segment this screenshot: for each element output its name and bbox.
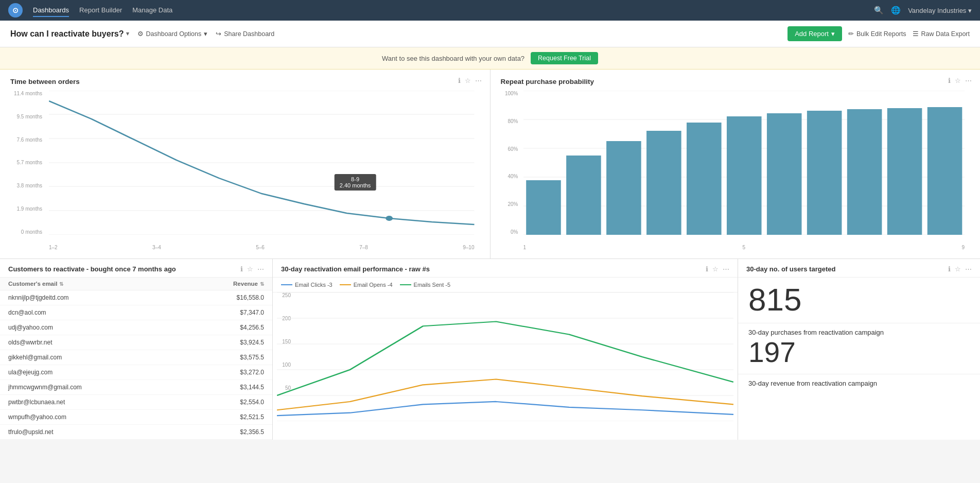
table-row[interactable]: tfrulo@upsld.net$2,356.5 xyxy=(0,425,272,440)
rpp-panel: Repeat purchase probability ℹ ☆ ⋯ 100% 8… xyxy=(491,70,981,258)
table-row[interactable]: udj@yahoo.com$4,256.5 xyxy=(0,320,272,335)
svg-point-7 xyxy=(386,216,393,221)
svg-rect-16 xyxy=(606,141,641,235)
legend-sent: Emails Sent -5 xyxy=(400,282,451,288)
user-menu[interactable]: Vandelay Industries ▾ xyxy=(908,7,972,14)
table-row[interactable]: ula@ejeujg.com$3,272.0 xyxy=(0,365,272,380)
raw-data-label: Raw Data Export xyxy=(921,30,970,38)
col-email-header: Customer's email ⇅ xyxy=(8,281,202,287)
table-row[interactable]: gikkehl@gmail.com$3,575.5 xyxy=(0,350,272,365)
nav-dashboards[interactable]: Dashboards xyxy=(33,4,69,17)
tbo-info-icon[interactable]: ℹ xyxy=(458,77,461,84)
tbo-panel: Time between orders ℹ ☆ ⋯ 11.4 months 9.… xyxy=(0,70,491,258)
email-chart-legend: Email Clicks -3 Email Opens -4 Emails Se… xyxy=(273,278,738,292)
rpp-star-icon[interactable]: ☆ xyxy=(955,77,961,84)
ep-info-icon[interactable]: ℹ xyxy=(706,265,708,273)
dashboard-title[interactable]: How can I reactivate buyers? ▾ xyxy=(10,29,129,39)
table-row[interactable]: jhmmcwgwnm@gmail.com$3,144.5 xyxy=(0,380,272,395)
nav-manage-data[interactable]: Manage Data xyxy=(132,4,172,17)
dashboard-options-btn[interactable]: ⚙ Dashboard Options ▾ xyxy=(137,30,208,38)
svg-rect-24 xyxy=(927,107,962,235)
dashboard-options-icon: ⚙ xyxy=(137,30,144,38)
bulk-edit-label: Bulk Edit Reports xyxy=(856,30,906,38)
edit-icon: ✏ xyxy=(848,30,854,38)
rpp-x-labels: 1 5 9 xyxy=(523,245,965,250)
customer-table-title: Customers to reactivate - bought once 7 … xyxy=(8,265,176,273)
secondary-header: How can I reactivate buyers? ▾ ⚙ Dashboa… xyxy=(0,21,980,47)
dashboard-options-label: Dashboard Options xyxy=(146,30,202,38)
logo-icon: ⊙ xyxy=(8,3,23,18)
customer-table-header: Customers to reactivate - bought once 7 … xyxy=(0,259,272,278)
bottom-row: Customers to reactivate - bought once 7 … xyxy=(0,259,980,440)
ct-info-icon[interactable]: ℹ xyxy=(240,265,243,273)
tbo-title: Time between orders xyxy=(10,78,480,85)
share-dashboard-btn[interactable]: ↪ Share Dashboard xyxy=(216,30,274,38)
revenue-label: 30-day revenue from reactivation campaig… xyxy=(738,374,980,387)
raw-data-button[interactable]: ☰ Raw Data Export xyxy=(913,30,970,38)
add-report-chevron: ▾ xyxy=(831,30,835,38)
nav-report-builder[interactable]: Report Builder xyxy=(79,4,122,17)
sort-icon[interactable]: ⇅ xyxy=(59,281,63,287)
email-svg-wrapper xyxy=(277,292,733,421)
svg-rect-18 xyxy=(687,123,722,235)
email-perf-header: 30-day reactivation email performance - … xyxy=(273,259,738,278)
svg-rect-23 xyxy=(887,108,922,235)
top-nav: ⊙ Dashboards Report Builder Manage Data … xyxy=(0,0,980,21)
up-menu-icon[interactable]: ⋯ xyxy=(965,265,972,273)
legend-clicks-label: Email Clicks -3 xyxy=(295,282,332,288)
clicks-line-indicator xyxy=(281,284,292,285)
users-targeted-panel: 30-day no. of users targeted ℹ ☆ ⋯ 815 3… xyxy=(738,259,980,440)
legend-opens: Email Opens -4 xyxy=(340,282,393,288)
table-row[interactable]: olds@wwrbr.net$3,924.5 xyxy=(0,335,272,350)
up-star-icon[interactable]: ☆ xyxy=(955,265,961,273)
title-chevron: ▾ xyxy=(126,30,129,37)
svg-rect-15 xyxy=(566,156,601,235)
tbo-y-labels: 11.4 months 9.5 months 7.6 months 5.7 mo… xyxy=(10,91,46,235)
table-row[interactable]: pwtbr@lcbunaea.net$2,554.0 xyxy=(0,395,272,410)
email-perf-title: 30-day reactivation email performance - … xyxy=(281,265,430,273)
rpp-panel-icons: ℹ ☆ ⋯ xyxy=(948,77,972,84)
col-revenue-header: Revenue ⇅ xyxy=(202,281,264,287)
purchases-label: 30-day purchases from reactivation campa… xyxy=(748,329,970,336)
tbo-menu-icon[interactable]: ⋯ xyxy=(475,77,482,84)
svg-rect-22 xyxy=(847,109,882,235)
request-trial-button[interactable]: Request Free Trial xyxy=(531,52,598,64)
main-content: Time between orders ℹ ☆ ⋯ 11.4 months 9.… xyxy=(0,70,980,440)
rpp-title: Repeat purchase probability xyxy=(501,78,970,85)
ct-star-icon[interactable]: ☆ xyxy=(247,265,253,273)
purchases-count: 197 xyxy=(738,336,980,367)
up-info-icon[interactable]: ℹ xyxy=(948,265,951,273)
tbo-svg-container: 8-9 2.40 months xyxy=(49,91,475,235)
dashboard-title-text: How can I reactivate buyers? xyxy=(10,29,124,39)
search-icon[interactable]: 🔍 xyxy=(874,6,884,15)
table-row[interactable]: dcn@aol.com$7,347.0 xyxy=(0,305,272,320)
globe-icon[interactable]: 🌐 xyxy=(891,6,901,15)
banner-text: Want to see this dashboard with your own… xyxy=(382,55,524,62)
revenue-sort-icon[interactable]: ⇅ xyxy=(260,281,264,287)
top-charts-row: Time between orders ℹ ☆ ⋯ 11.4 months 9.… xyxy=(0,70,980,259)
add-report-button[interactable]: Add Report ▾ xyxy=(787,26,842,41)
nav-right: 🔍 🌐 Vandelay Industries ▾ xyxy=(874,6,972,15)
header-actions: ⚙ Dashboard Options ▾ ↪ Share Dashboard xyxy=(137,30,275,38)
share-icon: ↪ xyxy=(216,30,221,38)
email-performance-panel: 30-day reactivation email performance - … xyxy=(273,259,738,440)
table-row[interactable]: wmpufh@yahoo.com$2,521.5 xyxy=(0,410,272,425)
rpp-info-icon[interactable]: ℹ xyxy=(948,77,951,84)
svg-rect-21 xyxy=(807,111,842,235)
ep-star-icon[interactable]: ☆ xyxy=(712,265,719,273)
sent-line-indicator xyxy=(400,284,411,285)
ep-menu-icon[interactable]: ⋯ xyxy=(723,265,729,273)
table-row[interactable]: nknnijlp@tjgdeitd.com$16,558.0 xyxy=(0,290,272,305)
svg-rect-17 xyxy=(646,131,681,235)
add-report-label: Add Report xyxy=(795,30,829,38)
tbo-star-icon[interactable]: ☆ xyxy=(465,77,471,84)
bulk-edit-button[interactable]: ✏ Bulk Edit Reports xyxy=(848,30,906,38)
tbo-x-labels: 1–2 3–4 5–6 7–8 9–10 xyxy=(49,245,475,250)
rpp-menu-icon[interactable]: ⋯ xyxy=(965,77,972,84)
email-chart-area: 250 200 150 100 50 xyxy=(273,292,738,421)
raw-data-icon: ☰ xyxy=(913,30,919,38)
legend-opens-label: Email Opens -4 xyxy=(354,282,393,288)
users-header: 30-day no. of users targeted ℹ ☆ ⋯ xyxy=(738,259,980,278)
ct-menu-icon[interactable]: ⋯ xyxy=(257,265,264,273)
svg-rect-14 xyxy=(526,180,561,235)
